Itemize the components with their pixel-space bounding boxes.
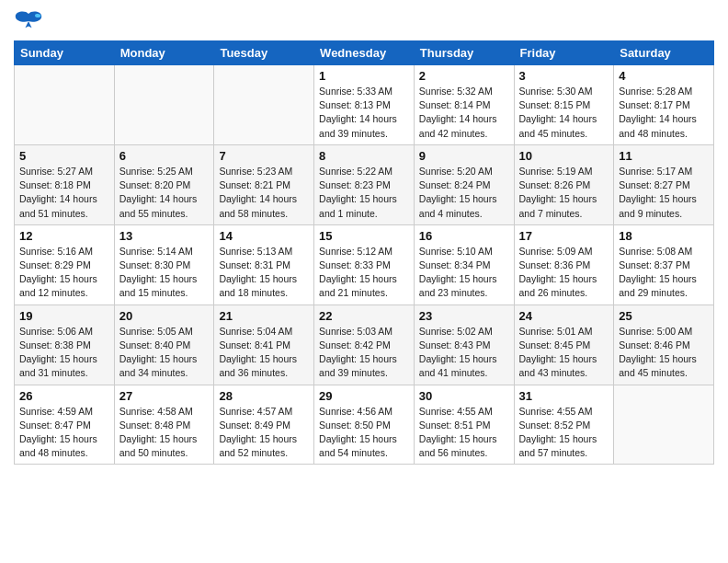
calendar-cell: 9Sunrise: 5:20 AM Sunset: 8:24 PM Daylig… (414, 144, 514, 224)
day-number: 19 (19, 309, 109, 323)
day-detail: Sunrise: 5:16 AM Sunset: 8:29 PM Dayligh… (19, 245, 109, 301)
calendar-table: SundayMondayTuesdayWednesdayThursdayFrid… (14, 40, 714, 465)
day-detail: Sunrise: 5:05 AM Sunset: 8:40 PM Dayligh… (119, 325, 210, 381)
day-detail: Sunrise: 5:06 AM Sunset: 8:38 PM Dayligh… (19, 325, 109, 381)
day-number: 8 (319, 149, 409, 163)
day-detail: Sunrise: 5:23 AM Sunset: 8:21 PM Dayligh… (219, 165, 309, 221)
calendar-cell: 29Sunrise: 4:56 AM Sunset: 8:50 PM Dayli… (314, 385, 415, 465)
calendar-cell: 8Sunrise: 5:22 AM Sunset: 8:23 PM Daylig… (314, 144, 415, 224)
day-detail: Sunrise: 5:33 AM Sunset: 8:13 PM Dayligh… (319, 85, 409, 141)
day-number: 10 (519, 149, 609, 163)
calendar-cell: 19Sunrise: 5:06 AM Sunset: 8:38 PM Dayli… (15, 304, 115, 385)
day-detail: Sunrise: 5:19 AM Sunset: 8:26 PM Dayligh… (519, 165, 609, 221)
day-number: 12 (19, 229, 109, 243)
day-number: 23 (419, 309, 509, 323)
day-number: 2 (419, 69, 509, 83)
calendar-cell: 13Sunrise: 5:14 AM Sunset: 8:30 PM Dayli… (114, 224, 214, 304)
day-detail: Sunrise: 5:09 AM Sunset: 8:36 PM Dayligh… (519, 245, 609, 301)
calendar-cell: 14Sunrise: 5:13 AM Sunset: 8:31 PM Dayli… (214, 224, 314, 304)
calendar-cell: 5Sunrise: 5:27 AM Sunset: 8:18 PM Daylig… (15, 144, 115, 224)
day-number: 24 (519, 309, 609, 323)
day-number: 15 (319, 229, 409, 243)
day-detail: Sunrise: 4:59 AM Sunset: 8:47 PM Dayligh… (19, 405, 109, 461)
calendar-cell: 20Sunrise: 5:05 AM Sunset: 8:40 PM Dayli… (114, 304, 214, 385)
day-number: 11 (619, 149, 709, 163)
day-detail: Sunrise: 4:58 AM Sunset: 8:48 PM Dayligh… (119, 405, 210, 461)
calendar-cell: 4Sunrise: 5:28 AM Sunset: 8:17 PM Daylig… (614, 65, 714, 145)
day-number: 17 (519, 229, 609, 243)
calendar-cell: 18Sunrise: 5:08 AM Sunset: 8:37 PM Dayli… (614, 224, 714, 304)
day-number: 6 (119, 149, 210, 163)
weekday-header: Saturday (614, 41, 714, 65)
day-number: 25 (619, 309, 709, 323)
weekday-header: Sunday (15, 41, 115, 65)
calendar-cell (114, 65, 214, 145)
day-detail: Sunrise: 5:27 AM Sunset: 8:18 PM Dayligh… (19, 165, 109, 221)
calendar-cell: 23Sunrise: 5:02 AM Sunset: 8:43 PM Dayli… (414, 304, 514, 385)
calendar-cell: 22Sunrise: 5:03 AM Sunset: 8:42 PM Dayli… (314, 304, 415, 385)
calendar-cell: 11Sunrise: 5:17 AM Sunset: 8:27 PM Dayli… (614, 144, 714, 224)
day-detail: Sunrise: 5:08 AM Sunset: 8:37 PM Dayligh… (619, 245, 709, 301)
day-number: 30 (419, 389, 509, 403)
day-number: 1 (319, 69, 409, 83)
day-number: 3 (519, 69, 609, 83)
calendar-cell: 1Sunrise: 5:33 AM Sunset: 8:13 PM Daylig… (314, 65, 415, 145)
day-number: 5 (19, 149, 109, 163)
calendar-cell (214, 65, 314, 145)
calendar-cell: 21Sunrise: 5:04 AM Sunset: 8:41 PM Dayli… (214, 304, 314, 385)
calendar-cell: 30Sunrise: 4:55 AM Sunset: 8:51 PM Dayli… (414, 385, 514, 465)
calendar-cell: 25Sunrise: 5:00 AM Sunset: 8:46 PM Dayli… (614, 304, 714, 385)
day-detail: Sunrise: 5:12 AM Sunset: 8:33 PM Dayligh… (319, 245, 409, 301)
day-detail: Sunrise: 5:01 AM Sunset: 8:45 PM Dayligh… (519, 325, 609, 381)
day-number: 4 (619, 69, 709, 83)
logo (14, 9, 47, 35)
day-detail: Sunrise: 4:55 AM Sunset: 8:52 PM Dayligh… (519, 405, 609, 461)
calendar-cell: 7Sunrise: 5:23 AM Sunset: 8:21 PM Daylig… (214, 144, 314, 224)
day-detail: Sunrise: 5:14 AM Sunset: 8:30 PM Dayligh… (119, 245, 210, 301)
day-detail: Sunrise: 5:03 AM Sunset: 8:42 PM Dayligh… (319, 325, 409, 381)
day-detail: Sunrise: 5:30 AM Sunset: 8:15 PM Dayligh… (519, 85, 609, 141)
day-number: 28 (219, 389, 309, 403)
day-detail: Sunrise: 4:57 AM Sunset: 8:49 PM Dayligh… (219, 405, 309, 461)
day-detail: Sunrise: 5:20 AM Sunset: 8:24 PM Dayligh… (419, 165, 509, 221)
day-number: 21 (219, 309, 309, 323)
weekday-header: Monday (114, 41, 214, 65)
day-number: 14 (219, 229, 309, 243)
calendar-cell: 17Sunrise: 5:09 AM Sunset: 8:36 PM Dayli… (514, 224, 614, 304)
day-detail: Sunrise: 5:13 AM Sunset: 8:31 PM Dayligh… (219, 245, 309, 301)
day-detail: Sunrise: 4:56 AM Sunset: 8:50 PM Dayligh… (319, 405, 409, 461)
day-number: 31 (519, 389, 609, 403)
day-number: 13 (119, 229, 210, 243)
day-number: 20 (119, 309, 210, 323)
calendar-cell (614, 385, 714, 465)
day-number: 22 (319, 309, 409, 323)
calendar-week-row: 19Sunrise: 5:06 AM Sunset: 8:38 PM Dayli… (15, 304, 714, 385)
calendar-cell: 24Sunrise: 5:01 AM Sunset: 8:45 PM Dayli… (514, 304, 614, 385)
day-detail: Sunrise: 4:55 AM Sunset: 8:51 PM Dayligh… (419, 405, 509, 461)
calendar-week-row: 5Sunrise: 5:27 AM Sunset: 8:18 PM Daylig… (15, 144, 714, 224)
calendar-cell: 28Sunrise: 4:57 AM Sunset: 8:49 PM Dayli… (214, 385, 314, 465)
calendar-week-row: 12Sunrise: 5:16 AM Sunset: 8:29 PM Dayli… (15, 224, 714, 304)
day-number: 26 (19, 389, 109, 403)
calendar-cell: 16Sunrise: 5:10 AM Sunset: 8:34 PM Dayli… (414, 224, 514, 304)
calendar-week-row: 26Sunrise: 4:59 AM Sunset: 8:47 PM Dayli… (15, 385, 714, 465)
calendar-cell: 31Sunrise: 4:55 AM Sunset: 8:52 PM Dayli… (514, 385, 614, 465)
logo-bird-icon (14, 9, 43, 35)
calendar-cell: 27Sunrise: 4:58 AM Sunset: 8:48 PM Dayli… (114, 385, 214, 465)
day-number: 27 (119, 389, 210, 403)
calendar-cell: 2Sunrise: 5:32 AM Sunset: 8:14 PM Daylig… (414, 65, 514, 145)
calendar-cell: 3Sunrise: 5:30 AM Sunset: 8:15 PM Daylig… (514, 65, 614, 145)
day-detail: Sunrise: 5:04 AM Sunset: 8:41 PM Dayligh… (219, 325, 309, 381)
weekday-header: Wednesday (314, 41, 415, 65)
day-detail: Sunrise: 5:28 AM Sunset: 8:17 PM Dayligh… (619, 85, 709, 141)
day-detail: Sunrise: 5:25 AM Sunset: 8:20 PM Dayligh… (119, 165, 210, 221)
calendar-cell: 10Sunrise: 5:19 AM Sunset: 8:26 PM Dayli… (514, 144, 614, 224)
day-number: 18 (619, 229, 709, 243)
day-number: 16 (419, 229, 509, 243)
header (14, 9, 714, 35)
calendar-cell: 12Sunrise: 5:16 AM Sunset: 8:29 PM Dayli… (15, 224, 115, 304)
page-container: SundayMondayTuesdayWednesdayThursdayFrid… (0, 0, 728, 474)
day-detail: Sunrise: 5:10 AM Sunset: 8:34 PM Dayligh… (419, 245, 509, 301)
calendar-week-row: 1Sunrise: 5:33 AM Sunset: 8:13 PM Daylig… (15, 65, 714, 145)
day-number: 9 (419, 149, 509, 163)
